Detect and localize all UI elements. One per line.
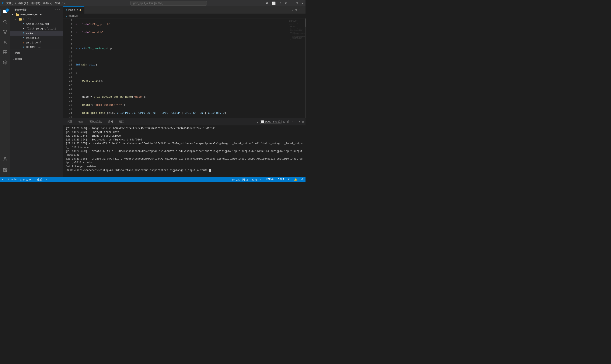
- makefile-name: Makefile: [26, 37, 63, 40]
- search-input[interactable]: [130, 1, 207, 5]
- status-language[interactable]: C: [288, 178, 291, 181]
- tab-layout-icon[interactable]: ⊞: [295, 8, 297, 12]
- status-position[interactable]: 行 24, 列 2: [231, 178, 249, 182]
- minimize-button[interactable]: ─: [290, 1, 293, 5]
- menu-view[interactable]: 查看(V): [43, 1, 53, 5]
- panel-split-icon[interactable]: ⊟: [283, 120, 285, 124]
- terminal-content[interactable]: [20:13:23.353] - Image hash is b'69de5b7…: [63, 126, 306, 177]
- terminal-prompt: PS C:\Users\shaochen\Desktop\AI-M61\bouf…: [66, 169, 208, 172]
- tree-item-makefile[interactable]: M Makefile: [10, 36, 63, 40]
- terminal-line-2: [20:13:23.353] - Encrypt efuse data: [66, 130, 303, 134]
- status-build[interactable]: ✓ 生成: [33, 178, 43, 182]
- projconf-name: proj.conf: [26, 41, 63, 44]
- sidebar-title: 资源管理器: [14, 8, 27, 12]
- activity-run[interactable]: [0, 38, 10, 48]
- svg-point-14: [4, 157, 6, 159]
- activity-search[interactable]: [0, 17, 10, 27]
- status-remote[interactable]: ⇄: [0, 177, 5, 182]
- svg-rect-13: [5, 52, 7, 54]
- layout4-icon[interactable]: ⊞: [284, 1, 288, 5]
- panel-tab-ports[interactable]: 端口: [117, 119, 127, 125]
- sidebar-more-icon[interactable]: ···: [55, 8, 60, 12]
- svg-point-4: [6, 30, 7, 31]
- menu-goto[interactable]: 转到(G): [55, 1, 65, 5]
- activity-scm[interactable]: [0, 27, 10, 38]
- activity-explorer[interactable]: 1: [0, 7, 10, 17]
- panel-chevron-icon[interactable]: ∨: [257, 120, 258, 124]
- sidebar-header-icons: ···: [55, 8, 60, 12]
- layout-icon[interactable]: ⧉: [265, 1, 269, 5]
- tree-item-mainc[interactable]: C main.c: [10, 31, 63, 36]
- panel-tab-debug[interactable]: 调试控制台: [87, 119, 105, 125]
- minimap-content: #include "bflb_gpio.h" #include "board.h…: [289, 18, 306, 118]
- tree-item-build[interactable]: ▷ build: [10, 17, 63, 22]
- svg-line-2: [6, 23, 7, 24]
- root-name: GPIO_INPUT_OUTPUT: [20, 13, 63, 16]
- panel-add-icon[interactable]: +: [253, 120, 255, 124]
- menu-file[interactable]: 文件(F): [6, 1, 16, 5]
- cmake-icon: M: [22, 22, 26, 26]
- panel-close-icon[interactable]: ✕: [302, 120, 304, 124]
- tree-root[interactable]: ▾ GPIO_INPUT_OUTPUT: [10, 12, 63, 17]
- close-button[interactable]: ✕: [301, 1, 304, 5]
- timeline-header[interactable]: ▷ 时间线: [10, 57, 63, 62]
- mainc-icon: C: [22, 31, 26, 35]
- outline-header[interactable]: ▷ 大纲: [10, 51, 63, 55]
- status-eol[interactable]: CRLF: [277, 178, 285, 181]
- timeline-chevron-icon: ▷: [13, 58, 14, 61]
- panel-trash-icon[interactable]: 🗑: [287, 120, 290, 124]
- activity-accounts[interactable]: [0, 155, 10, 165]
- readme-icon: ℹ: [22, 45, 26, 49]
- root-folder-icon: [15, 13, 19, 16]
- editor-area: C main.c ⇥ ⊞ ··· C main.c 12345 678910: [63, 6, 306, 177]
- svg-point-3: [3, 30, 4, 31]
- sidebar-header: 资源管理器 ···: [10, 6, 63, 12]
- scrollbar-thumb: [305, 18, 306, 27]
- powershell-icon: ⬜: [261, 120, 264, 124]
- panel-tab-output[interactable]: 输出: [76, 119, 86, 125]
- panel-tab-problems[interactable]: 问题: [65, 119, 75, 125]
- build-folder-icon: [18, 17, 22, 21]
- status-spaces[interactable]: 空格: 4: [251, 178, 263, 182]
- tree-item-cmake[interactable]: M CMakeLists.txt: [10, 22, 63, 26]
- makefile-icon: M: [22, 36, 26, 40]
- layout2-icon[interactable]: ⬜: [271, 1, 277, 5]
- panel-tab-terminal[interactable]: 终端: [106, 119, 116, 125]
- status-run-btn[interactable]: ▷: [45, 178, 48, 181]
- main-layout: 1: [0, 6, 306, 177]
- activity-remote[interactable]: [0, 58, 10, 68]
- panel-collapse-icon[interactable]: ∧: [298, 120, 300, 124]
- layout3-icon[interactable]: ⊟: [278, 1, 282, 5]
- breadcrumb-file[interactable]: C: [66, 15, 67, 18]
- breadcrumb-sep: main.c: [69, 15, 78, 18]
- menu-select[interactable]: 选择(S): [31, 1, 41, 5]
- minimap: #include "bflb_gpio.h" #include "board.h…: [289, 18, 306, 118]
- status-right: 行 24, 列 2 空格: 4 UTF-8 CRLF C 🔔 Ω: [231, 178, 304, 182]
- panel-tabs: 问题 输出 调试控制台 终端 端口 + ∨ ⬜ powershell ⊟ 🗑: [63, 118, 306, 126]
- svg-point-5: [5, 33, 6, 34]
- activity-settings[interactable]: [0, 166, 10, 176]
- status-omega-icon[interactable]: Ω: [301, 178, 304, 181]
- tab-split-icon[interactable]: ⇥: [292, 8, 293, 12]
- tab-more-icon[interactable]: ···: [298, 8, 304, 12]
- projconf-icon: ⚙: [22, 41, 26, 44]
- tree-item-projconf[interactable]: ⚙ proj.conf: [10, 40, 63, 45]
- status-bell-icon[interactable]: 🔔: [293, 178, 298, 181]
- menu-bar: 文件(F) 编辑(E) 选择(S) 查看(V) 转到(G) ···: [6, 1, 72, 5]
- status-branch[interactable]: ⑂ main: [7, 178, 17, 181]
- activity-extensions[interactable]: [0, 48, 10, 58]
- code-content[interactable]: #include "bflb_gpio.h" #include "board.h…: [74, 18, 289, 118]
- status-encoding[interactable]: UTF-8: [265, 178, 275, 181]
- terminal-line-1: [20:13:23.353] - Image hash is b'69de5b7…: [66, 127, 303, 130]
- panel-more-icon[interactable]: ···: [292, 120, 297, 124]
- tree-item-readme[interactable]: ℹ README.md: [10, 45, 63, 50]
- menu-edit[interactable]: 编辑(E): [18, 1, 28, 5]
- tab-mainc[interactable]: C main.c: [63, 6, 84, 14]
- minimap-scrollbar[interactable]: [305, 18, 306, 118]
- panel-area: 问题 输出 调试控制台 终端 端口 + ∨ ⬜ powershell ⊟ 🗑: [63, 118, 306, 177]
- status-errors[interactable]: ⚠ 0 △ 0: [19, 178, 31, 181]
- tree-item-ini[interactable]: ≡ flash_prog_cfg.ini: [10, 26, 63, 31]
- search-activity-icon: [3, 19, 7, 26]
- menu-more[interactable]: ···: [68, 2, 72, 5]
- restore-button[interactable]: □: [295, 1, 298, 5]
